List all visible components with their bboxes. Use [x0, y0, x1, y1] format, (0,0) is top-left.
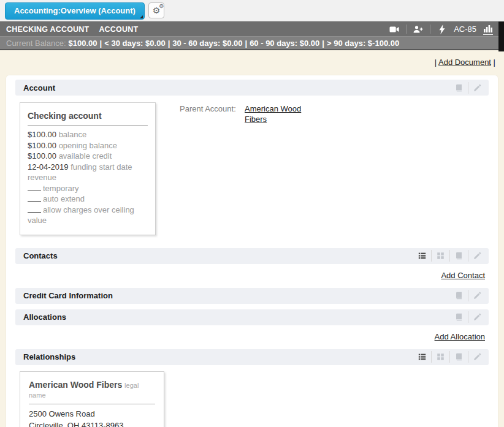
- menu-bar: CHECKING ACCOUNT ACCOUNT AC-85: [0, 21, 504, 36]
- section-header-credit-card: Credit Card Information: [15, 288, 489, 304]
- empty-value: [28, 207, 41, 213]
- divider: [29, 404, 155, 404]
- card-field: $100.00 available credit: [28, 151, 148, 162]
- lightning-icon[interactable]: [437, 25, 447, 34]
- user-add-icon[interactable]: [413, 25, 423, 34]
- menu-left: CHECKING ACCOUNT ACCOUNT: [6, 25, 138, 34]
- tab-accounting-overview[interactable]: Accounting:Overview (Account): [5, 2, 145, 20]
- grid-view-icon[interactable]: [432, 252, 449, 260]
- parent-account-link[interactable]: American Wood Fibers: [245, 104, 304, 124]
- bar-chart-icon[interactable]: [483, 24, 493, 35]
- main-panel: Account Checking account $100.00 balance: [6, 75, 498, 427]
- parent-account-field: Parent Account: American Wood Fibers: [180, 104, 304, 124]
- current-balance-label: Current Balance:: [6, 39, 66, 48]
- card-field: 12-04-2019 funding start date revenue: [28, 162, 148, 183]
- card-field: allow charges over ceiling value: [28, 205, 148, 226]
- section-header-contacts: Contacts: [15, 248, 489, 264]
- address-line: Circleville, OH 43113-8963: [29, 420, 155, 427]
- relationship-card[interactable]: American Wood Fibers legal name 2500 Owe…: [20, 371, 164, 427]
- menu-right: AC-85: [389, 24, 493, 35]
- menu-item-checking-account[interactable]: CHECKING ACCOUNT: [6, 25, 89, 34]
- window-edge: [498, 21, 504, 51]
- contacts-actions-row: Add Contact: [15, 264, 489, 286]
- address-line: 2500 Owens Road: [29, 408, 155, 420]
- balance-bar: Current Balance: $100.00 | < 30 days: $0…: [0, 36, 504, 50]
- card-field: auto extend: [28, 194, 148, 205]
- tab-bar: Accounting:Overview (Account) ⚙⚙: [0, 0, 504, 21]
- settings-gear-button[interactable]: ⚙⚙: [148, 2, 164, 18]
- card-title: Checking account: [28, 109, 148, 121]
- aging-bucket: < 30 days: $0.00: [104, 39, 165, 48]
- section-title: Contacts: [23, 251, 58, 260]
- card-field: temporary: [28, 183, 148, 194]
- section-header-allocations: Allocations: [15, 309, 489, 325]
- aging-bucket: > 90 days: $-100.00: [327, 39, 399, 48]
- card-field: $100.00 balance: [28, 129, 148, 140]
- content-area: | Add Document | Account: [0, 50, 504, 427]
- empty-value: [28, 186, 41, 191]
- add-allocation-link[interactable]: Add Allocation: [435, 332, 485, 341]
- add-document-row: | Add Document |: [6, 50, 498, 75]
- list-view-icon[interactable]: [413, 252, 431, 260]
- icon-divider: [430, 25, 430, 34]
- relationship-name: American Wood Fibers legal name: [29, 378, 155, 399]
- section-header-relationships: Relationships: [15, 349, 489, 365]
- video-camera-icon[interactable]: [389, 25, 399, 34]
- edit-pencil-icon[interactable]: [468, 292, 486, 300]
- edit-pencil-icon[interactable]: [468, 313, 486, 321]
- section-header-account: Account: [15, 80, 489, 96]
- record-id: AC-85: [454, 25, 476, 34]
- account-section-body: Checking account $100.00 balance $100.00…: [15, 96, 489, 248]
- edit-pencil-icon[interactable]: [468, 252, 486, 260]
- section-title: Relationships: [23, 352, 75, 361]
- divider: [28, 125, 148, 126]
- empty-value: [28, 196, 41, 202]
- section-title: Account: [23, 83, 55, 93]
- book-icon[interactable]: [450, 313, 468, 321]
- app-window: Accounting:Overview (Account) ⚙⚙ CHECKIN…: [0, 0, 504, 427]
- icon-divider: [406, 25, 407, 34]
- aging-bucket: 60 - 90 days: $0.00: [250, 39, 319, 48]
- checking-account-card[interactable]: Checking account $100.00 balance $100.00…: [20, 102, 156, 235]
- book-icon[interactable]: [450, 292, 468, 300]
- section-title: Credit Card Information: [23, 291, 113, 300]
- section-title: Allocations: [23, 312, 66, 322]
- grid-view-icon[interactable]: [432, 353, 449, 361]
- cogs-icon: ⚙⚙: [153, 6, 161, 15]
- allocations-actions-row: Add Allocation: [15, 325, 489, 347]
- edit-pencil-icon[interactable]: [468, 353, 486, 361]
- list-view-icon[interactable]: [413, 353, 431, 361]
- current-balance-value: $100.00: [69, 39, 97, 48]
- aging-bucket: 30 - 60 days: $0.00: [172, 39, 242, 48]
- edit-pencil-icon[interactable]: [468, 84, 486, 92]
- book-icon[interactable]: [450, 84, 468, 92]
- book-icon[interactable]: [450, 252, 468, 260]
- book-icon[interactable]: [450, 353, 468, 361]
- add-document-link[interactable]: Add Document: [438, 58, 491, 67]
- menu-item-account[interactable]: ACCOUNT: [99, 25, 138, 34]
- parent-account-label: Parent Account:: [180, 104, 245, 124]
- tab-dropdown-corner-icon: [140, 15, 143, 18]
- tab-label: Accounting:Overview (Account): [14, 6, 136, 15]
- add-contact-link[interactable]: Add Contact: [441, 271, 485, 280]
- card-field: $100.00 opening balance: [28, 140, 148, 151]
